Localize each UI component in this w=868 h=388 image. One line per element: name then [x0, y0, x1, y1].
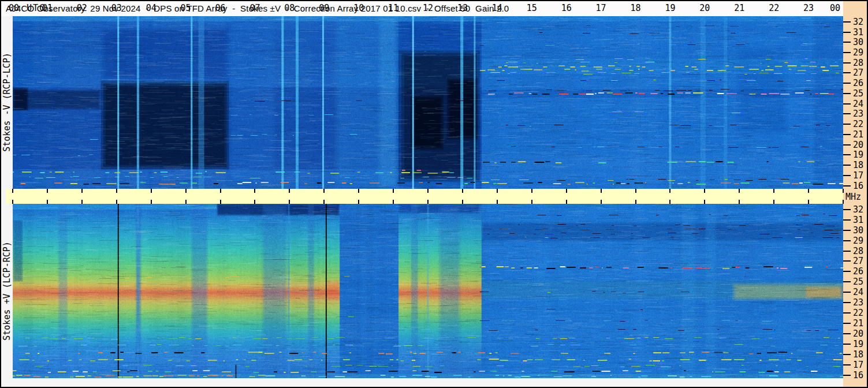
freq-tick — [843, 375, 851, 376]
hour-label: 10 — [351, 3, 367, 13]
freq-label: 16 — [853, 370, 867, 380]
hour-tick — [808, 189, 809, 193]
mhz-unit-label: MHz — [845, 192, 861, 202]
freq-tick — [843, 83, 851, 84]
hour-tick — [47, 200, 48, 204]
hour-tick — [669, 200, 670, 204]
hour-label: 14 — [489, 3, 505, 13]
hour-label-00-start: 00 — [6, 3, 22, 13]
hour-tick — [289, 200, 290, 204]
freq-label: 32 — [853, 204, 867, 215]
freq-tick — [843, 251, 851, 252]
freq-tick — [843, 364, 851, 365]
freq-tick — [843, 144, 851, 146]
freq-label: 23 — [853, 297, 867, 308]
hour-tick — [739, 189, 740, 193]
hour-tick — [462, 200, 463, 204]
freq-tick — [843, 260, 851, 262]
freq-label: 22 — [853, 119, 867, 129]
freq-label: 27 — [853, 68, 867, 78]
freq-label: 21 — [853, 318, 867, 329]
hour-tick — [289, 189, 290, 193]
freq-label: 24 — [853, 99, 867, 109]
freq-label: 26 — [853, 78, 867, 88]
freq-tick — [843, 354, 851, 355]
hour-tick — [427, 189, 429, 193]
hour-tick — [323, 189, 325, 193]
freq-tick — [843, 175, 851, 176]
freq-tick — [843, 165, 851, 166]
freq-tick — [843, 21, 851, 23]
freq-tick — [843, 230, 851, 231]
hour-tick — [220, 189, 221, 193]
hour-tick — [427, 200, 429, 204]
freq-tick — [843, 113, 851, 114]
hour-tick — [773, 189, 774, 193]
freq-tick — [843, 240, 851, 241]
freq-tick — [843, 271, 851, 272]
hour-label: 08 — [281, 3, 297, 13]
freq-label: 31 — [853, 27, 867, 38]
freq-tick — [843, 281, 851, 282]
hour-tick — [358, 200, 359, 204]
hour-label: 12 — [420, 3, 436, 13]
freq-label: 16 — [853, 181, 867, 191]
freq-tick — [843, 93, 851, 94]
hour-tick — [773, 200, 774, 204]
hour-label: 15 — [524, 3, 540, 13]
freq-tick — [843, 344, 851, 345]
freq-label: 19 — [853, 339, 867, 349]
hour-label: 05 — [178, 3, 194, 13]
hour-tick — [323, 200, 325, 204]
freq-tick — [843, 42, 851, 43]
hour-label: 11 — [385, 3, 401, 13]
freq-label: 29 — [853, 236, 867, 246]
hour-tick — [635, 189, 636, 193]
bottom-margin-strip — [1, 378, 843, 387]
hour-tick — [739, 200, 740, 204]
hour-label-00-end: 00 — [827, 3, 843, 13]
freq-label: 24 — [853, 287, 867, 297]
freq-tick — [843, 134, 851, 135]
freq-tick — [843, 302, 851, 303]
freq-label: 20 — [853, 329, 867, 339]
hour-label: 07 — [247, 3, 263, 13]
freq-tick — [843, 209, 851, 210]
hour-label: 23 — [800, 3, 817, 13]
freq-tick — [843, 62, 851, 64]
hour-tick — [462, 189, 463, 193]
freq-tick — [843, 185, 851, 186]
hour-label: 06 — [213, 3, 229, 13]
freq-label: 30 — [853, 37, 867, 47]
hour-label: 19 — [662, 3, 678, 13]
hour-tick — [601, 189, 602, 193]
freq-tick — [843, 312, 851, 314]
stokes-plus-v-axis-label: Stokes +V (LCP-RCP) — [2, 241, 12, 341]
hour-tick — [47, 189, 48, 193]
hour-tick — [254, 200, 255, 204]
freq-tick — [843, 124, 851, 125]
freq-label: 30 — [853, 225, 867, 236]
freq-tick — [843, 72, 851, 73]
hour-tick — [843, 200, 844, 204]
freq-label: 25 — [853, 88, 867, 99]
freq-label: 22 — [853, 308, 867, 318]
hour-tick — [704, 200, 705, 204]
freq-label: 17 — [853, 360, 867, 370]
freq-label: 28 — [853, 246, 867, 256]
time-axis-band — [6, 189, 843, 204]
freq-tick — [843, 154, 851, 155]
freq-tick — [843, 32, 851, 33]
freq-tick — [843, 323, 851, 324]
hour-tick — [566, 200, 567, 204]
hour-tick — [220, 200, 221, 204]
hour-label: 03 — [109, 3, 125, 13]
hour-label: 04 — [143, 3, 159, 13]
freq-label: 27 — [853, 256, 867, 266]
hour-label: 09 — [316, 3, 332, 13]
freq-tick — [843, 52, 851, 53]
hour-tick — [12, 200, 13, 204]
hour-tick — [531, 189, 532, 193]
stokes-minus-v-axis-label: Stokes -V (RCP-LCP) — [2, 53, 12, 152]
hour-tick — [808, 200, 809, 204]
